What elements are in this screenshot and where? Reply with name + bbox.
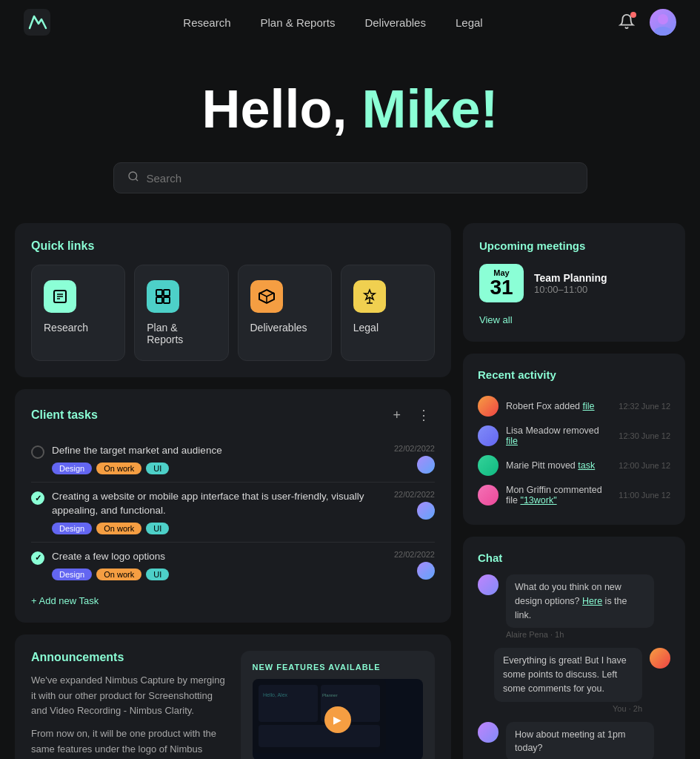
task-date: 22/02/2022: [394, 550, 435, 559]
tag-ui: UI: [146, 463, 169, 474]
hero-section: Hello, Mike!: [0, 44, 700, 162]
task-tags: Design On work UI: [52, 569, 376, 580]
quick-links-title: Quick links: [31, 239, 435, 253]
svg-rect-9: [156, 290, 162, 296]
chat-bubble: How about meeting at 1pm today?: [506, 722, 654, 759]
announcements-card: Announcements We've expanded Nimbus Capt…: [15, 634, 451, 759]
activity-link[interactable]: "13work": [520, 495, 556, 506]
task-row: ✓ Creating a website or mobile app inter…: [31, 483, 435, 543]
meetings-title: Upcoming meetings: [479, 239, 669, 252]
task-left: ✓ Create a few logo options Design On wo…: [31, 550, 376, 580]
chat-meta: You · 2h: [494, 704, 642, 713]
upcoming-meetings-card: Upcoming meetings May 31 Team Planning 1…: [463, 223, 685, 342]
nav-plan-reports[interactable]: Plan & Reports: [261, 16, 336, 29]
hero-name: Mike!: [362, 79, 499, 139]
task-title: Create a few logo options: [52, 550, 376, 564]
user-avatar[interactable]: [650, 9, 676, 36]
announcements-body1: We've expanded Nimbus Capture by merging…: [31, 673, 226, 719]
deliverables-label: Deliverables: [250, 322, 307, 334]
task-title: Creating a website or mobile app interfa…: [52, 490, 376, 518]
logo[interactable]: [24, 9, 50, 36]
announcements-body2: From now on, it will be one product with…: [31, 726, 226, 759]
tasks-add-button[interactable]: +: [388, 406, 405, 425]
task-assignee-avatar: [417, 562, 435, 580]
task-title: Define the target market and audience: [52, 444, 376, 458]
task-checkbox-done[interactable]: ✓: [31, 551, 44, 565]
tag-ui: UI: [146, 523, 169, 534]
activity-avatar: [478, 485, 499, 506]
tag-onwork: On work: [96, 569, 141, 580]
quick-link-legal[interactable]: Legal: [341, 265, 435, 361]
task-right: 22/02/2022: [376, 444, 435, 474]
quick-link-research[interactable]: Research: [31, 265, 125, 361]
svg-rect-16: [259, 685, 318, 722]
chat-link-here[interactable]: Here: [582, 596, 602, 606]
task-text: Define the target market and audience De…: [52, 444, 376, 474]
nav-deliverables[interactable]: Deliverables: [364, 16, 426, 29]
task-text: Create a few logo options Design On work…: [52, 550, 376, 580]
deliverables-icon: [250, 280, 283, 313]
main-content: Quick links Research: [0, 223, 700, 759]
activity-link[interactable]: file: [506, 436, 518, 446]
chat-card: Chat What do you think on new design opt…: [463, 537, 685, 759]
activity-avatar: [478, 425, 499, 446]
quick-link-plan-reports[interactable]: Plan & Reports: [134, 265, 228, 361]
right-column: Upcoming meetings May 31 Team Planning 1…: [463, 223, 685, 759]
chat-avatar-alaire2: [478, 722, 499, 743]
task-assignee-avatar: [417, 456, 435, 474]
svg-rect-10: [164, 290, 170, 296]
notification-button[interactable]: [616, 10, 638, 35]
search-input[interactable]: [147, 172, 573, 185]
nav-legal[interactable]: Legal: [456, 16, 483, 29]
tasks-header: Client tasks + ⋮: [31, 405, 435, 425]
tag-onwork: On work: [96, 523, 141, 534]
svg-line-4: [136, 179, 138, 181]
activity-item: Lisa Meadow removed file 12:30 June 12: [478, 421, 670, 451]
chat-bubble: Everything is great! But I have some poi…: [494, 648, 642, 701]
client-tasks-card: Client tasks + ⋮ Define the target marke…: [15, 389, 451, 623]
chat-avatar-alaire: [478, 574, 499, 595]
svg-rect-12: [164, 297, 170, 303]
activity-avatar: [478, 396, 499, 417]
quick-links-card: Quick links Research: [15, 223, 451, 377]
svg-point-1: [658, 14, 668, 24]
task-date: 22/02/2022: [394, 444, 435, 453]
activity-title: Recent activity: [478, 368, 670, 381]
svg-text:Planner: Planner: [322, 693, 338, 697]
nav-research[interactable]: Research: [183, 16, 230, 29]
notification-dot: [630, 12, 636, 18]
task-checkbox[interactable]: [31, 445, 44, 459]
activity-text: Mon Griffin commented file "13work": [506, 485, 611, 506]
chat-message-right: Everything is great! But I have some poi…: [478, 648, 670, 712]
play-button[interactable]: ▶: [324, 706, 351, 733]
activity-text: Robert Fox added file: [506, 401, 611, 411]
tasks-more-button[interactable]: ⋮: [413, 405, 435, 425]
quick-link-deliverables[interactable]: Deliverables: [238, 265, 332, 361]
activity-time: 11:00 June 12: [619, 491, 670, 500]
tag-ui: UI: [146, 569, 169, 580]
chat-meta: Alaire Pena · 1h: [506, 630, 654, 639]
legal-label: Legal: [353, 322, 379, 334]
feature-preview: Hello, Alex Planner ▶: [253, 679, 424, 759]
chat-bubble-wrap-right: Everything is great! But I have some poi…: [494, 648, 642, 712]
activity-item: Mon Griffin commented file "13work" 11:0…: [478, 480, 670, 510]
task-row: Define the target market and audience De…: [31, 437, 435, 483]
add-task-button[interactable]: + Add new Task: [31, 595, 99, 606]
activity-text: Lisa Meadow removed file: [506, 425, 611, 446]
tasks-actions: + ⋮: [388, 405, 435, 425]
activity-time: 12:32 June 12: [619, 402, 670, 411]
hero-greeting: Hello,: [201, 79, 361, 139]
meeting-name: Team Planning: [534, 272, 607, 284]
view-all-meetings-button[interactable]: View all: [479, 314, 513, 325]
activity-link[interactable]: file: [583, 401, 595, 411]
task-right: 22/02/2022: [376, 490, 435, 520]
new-features-label: NEW FEATURES AVAILABLE: [253, 663, 424, 672]
task-checkbox-done[interactable]: ✓: [31, 491, 44, 505]
activity-item: Robert Fox added file 12:32 June 12: [478, 391, 670, 421]
plan-reports-icon: [147, 280, 179, 313]
left-column: Quick links Research: [15, 223, 451, 759]
chat-bubble-wrap: What do you think on new design options?…: [506, 574, 654, 639]
activity-link[interactable]: task: [578, 460, 595, 471]
activity-avatar: [478, 455, 499, 476]
search-container: [113, 162, 587, 193]
